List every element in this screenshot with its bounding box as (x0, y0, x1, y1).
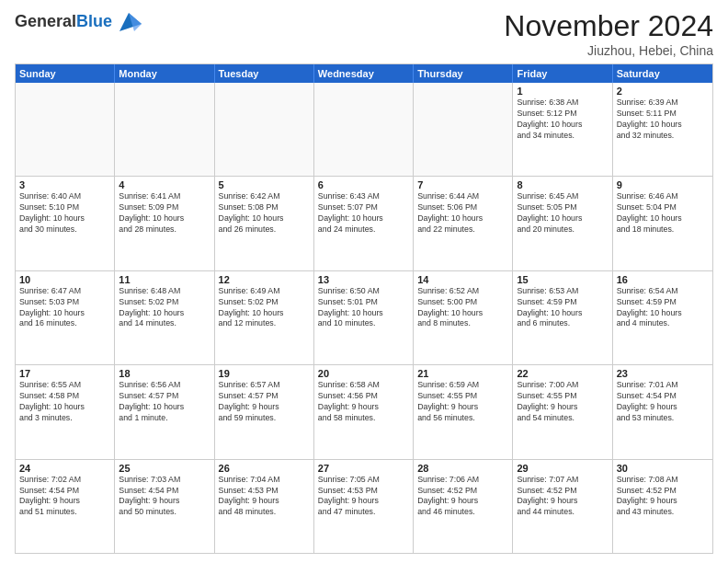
day-number: 17 (19, 368, 110, 379)
weekday-header-saturday: Saturday (613, 64, 712, 83)
weekday-header-tuesday: Tuesday (215, 64, 314, 83)
day-info: Sunrise: 6:38 AM Sunset: 5:12 PM Dayligh… (517, 98, 608, 142)
day-cell-1: 1Sunrise: 6:38 AM Sunset: 5:12 PM Daylig… (513, 83, 612, 176)
logo-icon (116, 9, 142, 35)
day-info: Sunrise: 6:53 AM Sunset: 4:59 PM Dayligh… (517, 286, 608, 330)
day-cell-14: 14Sunrise: 6:52 AM Sunset: 5:00 PM Dayli… (414, 271, 513, 364)
title-block: November 2024 Jiuzhou, Hebei, China (504, 9, 713, 58)
logo: GeneralBlue (15, 9, 142, 35)
day-number: 2 (617, 86, 709, 97)
calendar-row-3: 10Sunrise: 6:47 AM Sunset: 5:03 PM Dayli… (16, 270, 712, 364)
day-info: Sunrise: 7:00 AM Sunset: 4:55 PM Dayligh… (517, 380, 608, 424)
empty-cell-r0c0 (16, 83, 115, 176)
day-info: Sunrise: 6:47 AM Sunset: 5:03 PM Dayligh… (19, 286, 110, 330)
day-cell-18: 18Sunrise: 6:56 AM Sunset: 4:57 PM Dayli… (115, 365, 214, 458)
day-number: 25 (119, 463, 210, 474)
day-info: Sunrise: 6:40 AM Sunset: 5:10 PM Dayligh… (19, 191, 110, 236)
empty-cell-r0c4 (414, 83, 513, 176)
day-cell-8: 8Sunrise: 6:45 AM Sunset: 5:05 PM Daylig… (513, 177, 612, 270)
day-cell-20: 20Sunrise: 6:58 AM Sunset: 4:56 PM Dayli… (314, 365, 414, 458)
day-cell-4: 4Sunrise: 6:41 AM Sunset: 5:09 PM Daylig… (115, 177, 214, 270)
calendar-row-1: 1Sunrise: 6:38 AM Sunset: 5:12 PM Daylig… (16, 83, 712, 176)
day-number: 27 (318, 463, 409, 474)
day-info: Sunrise: 6:56 AM Sunset: 4:57 PM Dayligh… (119, 380, 210, 424)
day-number: 22 (517, 368, 608, 379)
day-cell-26: 26Sunrise: 7:04 AM Sunset: 4:53 PM Dayli… (215, 460, 314, 553)
day-number: 19 (219, 368, 310, 379)
day-cell-5: 5Sunrise: 6:42 AM Sunset: 5:08 PM Daylig… (215, 177, 314, 270)
logo-text: GeneralBlue (15, 13, 112, 31)
weekday-header-monday: Monday (115, 64, 214, 83)
day-info: Sunrise: 6:42 AM Sunset: 5:08 PM Dayligh… (219, 191, 310, 236)
day-cell-11: 11Sunrise: 6:48 AM Sunset: 5:02 PM Dayli… (115, 271, 214, 364)
day-number: 21 (417, 368, 508, 379)
day-cell-15: 15Sunrise: 6:53 AM Sunset: 4:59 PM Dayli… (513, 271, 612, 364)
day-number: 3 (19, 179, 110, 190)
page: GeneralBlue November 2024 Jiuzhou, Hebei… (0, 0, 728, 563)
day-cell-28: 28Sunrise: 7:06 AM Sunset: 4:52 PM Dayli… (414, 460, 513, 553)
day-number: 10 (19, 274, 110, 285)
day-info: Sunrise: 6:54 AM Sunset: 4:59 PM Dayligh… (617, 286, 709, 330)
day-number: 24 (19, 463, 110, 474)
header: GeneralBlue November 2024 Jiuzhou, Hebei… (15, 9, 713, 58)
day-info: Sunrise: 7:02 AM Sunset: 4:54 PM Dayligh… (19, 475, 110, 519)
day-number: 8 (517, 179, 608, 190)
day-info: Sunrise: 6:48 AM Sunset: 5:02 PM Dayligh… (119, 286, 210, 330)
day-cell-30: 30Sunrise: 7:08 AM Sunset: 4:52 PM Dayli… (613, 460, 712, 553)
day-number: 12 (219, 274, 310, 285)
day-info: Sunrise: 6:43 AM Sunset: 5:07 PM Dayligh… (318, 191, 409, 236)
day-number: 6 (318, 179, 409, 190)
day-cell-6: 6Sunrise: 6:43 AM Sunset: 5:07 PM Daylig… (314, 177, 414, 270)
day-info: Sunrise: 6:59 AM Sunset: 4:55 PM Dayligh… (417, 380, 508, 424)
day-info: Sunrise: 6:49 AM Sunset: 5:02 PM Dayligh… (219, 286, 310, 330)
day-cell-19: 19Sunrise: 6:57 AM Sunset: 4:57 PM Dayli… (215, 365, 314, 458)
day-cell-10: 10Sunrise: 6:47 AM Sunset: 5:03 PM Dayli… (16, 271, 115, 364)
day-cell-9: 9Sunrise: 6:46 AM Sunset: 5:04 PM Daylig… (613, 177, 712, 270)
day-number: 18 (119, 368, 210, 379)
day-number: 5 (219, 179, 310, 190)
day-info: Sunrise: 6:41 AM Sunset: 5:09 PM Dayligh… (119, 191, 210, 236)
day-number: 14 (417, 274, 508, 285)
day-cell-29: 29Sunrise: 7:07 AM Sunset: 4:52 PM Dayli… (513, 460, 612, 553)
day-number: 16 (617, 274, 709, 285)
day-info: Sunrise: 6:45 AM Sunset: 5:05 PM Dayligh… (517, 191, 608, 236)
day-info: Sunrise: 7:07 AM Sunset: 4:52 PM Dayligh… (517, 475, 608, 519)
day-info: Sunrise: 7:05 AM Sunset: 4:53 PM Dayligh… (318, 475, 409, 519)
day-cell-22: 22Sunrise: 7:00 AM Sunset: 4:55 PM Dayli… (513, 365, 612, 458)
day-number: 1 (517, 86, 608, 97)
day-cell-7: 7Sunrise: 6:44 AM Sunset: 5:06 PM Daylig… (414, 177, 513, 270)
calendar-body: 1Sunrise: 6:38 AM Sunset: 5:12 PM Daylig… (16, 83, 712, 553)
day-number: 28 (417, 463, 508, 474)
day-info: Sunrise: 6:46 AM Sunset: 5:04 PM Dayligh… (617, 191, 709, 236)
day-info: Sunrise: 6:52 AM Sunset: 5:00 PM Dayligh… (417, 286, 508, 330)
calendar-row-5: 24Sunrise: 7:02 AM Sunset: 4:54 PM Dayli… (16, 459, 712, 553)
day-number: 30 (617, 463, 709, 474)
day-cell-12: 12Sunrise: 6:49 AM Sunset: 5:02 PM Dayli… (215, 271, 314, 364)
day-cell-21: 21Sunrise: 6:59 AM Sunset: 4:55 PM Dayli… (414, 365, 513, 458)
day-info: Sunrise: 6:55 AM Sunset: 4:58 PM Dayligh… (19, 380, 110, 424)
day-info: Sunrise: 7:06 AM Sunset: 4:52 PM Dayligh… (417, 475, 508, 519)
day-info: Sunrise: 7:03 AM Sunset: 4:54 PM Dayligh… (119, 475, 210, 519)
day-info: Sunrise: 7:01 AM Sunset: 4:54 PM Dayligh… (617, 380, 709, 424)
day-info: Sunrise: 6:44 AM Sunset: 5:06 PM Dayligh… (417, 191, 508, 236)
empty-cell-r0c1 (115, 83, 214, 176)
day-cell-16: 16Sunrise: 6:54 AM Sunset: 4:59 PM Dayli… (613, 271, 712, 364)
empty-cell-r0c3 (314, 83, 414, 176)
calendar-row-2: 3Sunrise: 6:40 AM Sunset: 5:10 PM Daylig… (16, 176, 712, 270)
day-cell-3: 3Sunrise: 6:40 AM Sunset: 5:10 PM Daylig… (16, 177, 115, 270)
day-number: 13 (318, 274, 409, 285)
day-info: Sunrise: 7:08 AM Sunset: 4:52 PM Dayligh… (617, 475, 709, 519)
day-info: Sunrise: 6:39 AM Sunset: 5:11 PM Dayligh… (617, 98, 709, 142)
day-number: 7 (417, 179, 508, 190)
calendar-row-4: 17Sunrise: 6:55 AM Sunset: 4:58 PM Dayli… (16, 364, 712, 458)
day-cell-17: 17Sunrise: 6:55 AM Sunset: 4:58 PM Dayli… (16, 365, 115, 458)
day-number: 20 (318, 368, 409, 379)
day-number: 23 (617, 368, 709, 379)
weekday-header-thursday: Thursday (414, 64, 513, 83)
weekday-header-friday: Friday (513, 64, 612, 83)
day-number: 4 (119, 179, 210, 190)
day-info: Sunrise: 7:04 AM Sunset: 4:53 PM Dayligh… (219, 475, 310, 519)
day-number: 11 (119, 274, 210, 285)
calendar-header: SundayMondayTuesdayWednesdayThursdayFrid… (16, 64, 712, 83)
weekday-header-wednesday: Wednesday (314, 64, 414, 83)
